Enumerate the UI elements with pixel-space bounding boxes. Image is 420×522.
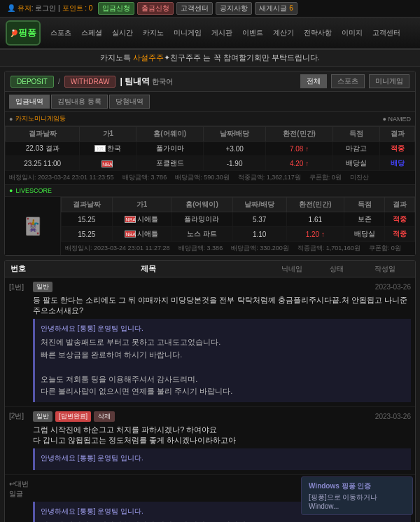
withdraw-main-btn[interactable]: WITHDRAW xyxy=(64,76,116,88)
win-notification-text: [핑퐁]으로 이동하거나 Window... xyxy=(309,493,405,510)
answer-prefix: 안녕하세요 [통통] 운영팀 입니다. xyxy=(41,323,405,334)
tab-sports[interactable]: 스포츠 xyxy=(331,74,365,88)
table2-footer: 배정일시: 2023-03-24 23:01 11:27:28 배당금액: 3.… xyxy=(61,242,415,255)
board-row: [2번] 일반 [답변완료] 삭제 2023-03-26 그럼 시작진에 하순그… xyxy=(5,407,415,475)
logo-nav: 🏓핑퐁 스포츠 스페셜 실시간 카지노 미니게임 게시판 이벤트 계산기 전략사… xyxy=(0,18,420,50)
col-match: 홈(어웨이) xyxy=(136,127,204,142)
table1-header-row: ● 카지노미니게임등 ● NAMED xyxy=(5,112,415,126)
livescore-bar: ● LIVESCORE xyxy=(5,184,415,197)
notice-banner: 카지노특 사설주주✦친구주주 는 꼭 참여할기회만 부탁드립니다. xyxy=(0,50,420,67)
col-result: 결과 xyxy=(380,127,415,142)
subtab-win[interactable]: 당첨내역 xyxy=(109,95,150,109)
withdraw-btn[interactable]: 출금신청 xyxy=(137,2,174,15)
betting-header: DEPOSIT / WITHDRAW | 팀내역 한국어 전체 스포츠 미니게임 xyxy=(5,71,415,92)
logo: 🏓핑퐁 xyxy=(6,20,41,46)
sub-tabs: 입금내역 김팀내용 등록 당첨내역 xyxy=(5,92,415,112)
board-date: 2023-03-26 xyxy=(375,413,411,420)
table-row: 15.25 NBA시애틀 노스 파트 1.10 1.20 ↑ 배당실 적중 xyxy=(62,227,415,242)
board-badge-general: 일반 xyxy=(33,282,52,292)
notice-link[interactable]: 사설주주 xyxy=(133,53,164,62)
board-num: [1번] xyxy=(9,282,30,292)
answer-prefix: 안녕하세요 [통통] 운영팀 입니다. xyxy=(41,453,405,464)
table2-section: 🃏 결과날짜 가1 홈(어웨이) 날짜/배당 환전(민간) 득점 결과 xyxy=(5,197,415,255)
delete-btn[interactable]: 삭제 xyxy=(94,411,115,422)
board-question: 그럼 시작진에 하순그고 처지를 파하시겠나? 하여야요다 갑니고 않됩됩고는 … xyxy=(9,425,411,446)
betting-table-1: 결과날짜 가1 홈(어웨이) 날짜/배당 환전(민간) 득점 결과 22.03 … xyxy=(5,126,415,171)
card-image: 🃏 xyxy=(5,197,61,255)
tab-minigame[interactable]: 미니게임 xyxy=(369,74,410,88)
table1-footer: 배정일시: 2023-03-24 23:01 11:23:55 배당금액: 3.… xyxy=(5,171,415,184)
nav-casino[interactable]: 카지노 xyxy=(139,27,168,39)
notice-btn[interactable]: 공지사항 xyxy=(216,2,252,15)
tab-all[interactable]: 전체 xyxy=(300,74,327,88)
board-title: 번호 xyxy=(10,263,26,274)
main-content: DEPOSIT / WITHDRAW | 팀내역 한국어 전체 스포츠 미니게임… xyxy=(0,67,420,522)
nav-minigame[interactable]: 미니게임 xyxy=(169,27,206,39)
customer-btn[interactable]: 고객센터 xyxy=(176,2,213,15)
win-notification-title: Windows 핑퐁 인증 xyxy=(309,481,405,491)
table-row: 22.03 결과 KR한국 풀가이마 +3.00 7.08 ↑ 마감고 적중 xyxy=(6,142,415,156)
col-date: 결과날짜 xyxy=(6,127,80,142)
named-label: ● NAMED xyxy=(383,116,411,123)
board-row: [1번] 일반 2023-03-26 등 팔도 한다는 소리에도 그 뒤 야매까… xyxy=(5,277,415,407)
board-num: ↩대번일글 xyxy=(9,479,30,499)
nav-strategy[interactable]: 전략사항 xyxy=(300,27,336,39)
col-gi: 가1 xyxy=(80,127,136,142)
user-status: 👤 유저: 로그인 | 포인트 : 0 xyxy=(4,3,95,14)
board-badge: 일반 xyxy=(33,411,52,422)
deposit-btn[interactable]: 입금신청 xyxy=(98,2,134,15)
casino-label: 카지노미니게임등 xyxy=(15,114,66,123)
top-bar: 👤 유저: 로그인 | 포인트 : 0 입금신청 출금신청 고객센터 공지사항 … xyxy=(0,0,420,18)
nav-board[interactable]: 게시판 xyxy=(207,27,237,39)
betting-title: | 팀내역 한국어 xyxy=(120,76,296,88)
table-row: 23.25 11:00 NBA 포클랜드 -1.90 4.20 ↑ 배당실 배당 xyxy=(6,156,415,171)
board-question: 등 팔도 한다는 소리에도 그 뒤 야매까지 미당당본것을 전부 탁탁처럼께 충… xyxy=(9,295,411,316)
nav-event[interactable]: 이벤트 xyxy=(238,27,267,39)
nav-live[interactable]: 실시간 xyxy=(108,27,137,39)
board-answer: 안녕하세요 [통통] 운영팀 입니다. xyxy=(33,448,411,470)
betting-section: DEPOSIT / WITHDRAW | 팀내역 한국어 전체 스포츠 미니게임… xyxy=(4,71,416,256)
board-answer: 안녕하세요 [통통] 운영팀 입니다. 처진에 발송패드로 부터고 못하고 고내… xyxy=(33,319,411,402)
col-score: 득점 xyxy=(332,127,379,142)
nav-sports[interactable]: 스포츠 xyxy=(46,27,76,39)
windows-notification: Windows 핑퐁 인증 [핑퐁]으로 이동하거나 Window... xyxy=(301,476,413,515)
subtab-deposit[interactable]: 입금내역 xyxy=(9,95,50,109)
betting-table-2: 결과날짜 가1 홈(어웨이) 날짜/배당 환전(민간) 득점 결과 15.25 xyxy=(61,197,415,242)
board-header: 번호 제목 닉네임 상태 작성일 xyxy=(5,261,415,277)
reply-label: [답변완료] xyxy=(55,411,91,422)
board-num: [2번] xyxy=(9,411,30,421)
col-odds: 날짜/배당 xyxy=(204,127,266,142)
nav-special[interactable]: 스페셜 xyxy=(77,27,106,39)
nav-calc[interactable]: 계산기 xyxy=(269,27,298,39)
new-post-btn[interactable]: 새게시글 6 xyxy=(255,2,297,15)
nav-links: 스포츠 스페셜 실시간 카지노 미니게임 게시판 이벤트 계산기 전략사항 이미… xyxy=(46,27,405,39)
subtab-team[interactable]: 김팀내용 등록 xyxy=(51,95,108,109)
deposit-main-btn[interactable]: DEPOSIT xyxy=(10,76,54,88)
nav-customer[interactable]: 고객센터 xyxy=(368,27,405,39)
board-date: 2023-03-26 xyxy=(375,283,411,291)
nav-image[interactable]: 이미지 xyxy=(337,27,367,39)
col-rate: 환전(민간) xyxy=(266,127,333,142)
livescore-label: LIVESCORE xyxy=(15,187,52,194)
table-row: 15.25 NBA시애틀 플라밍이라 5.37 1.61 보존 적중 xyxy=(62,212,415,227)
